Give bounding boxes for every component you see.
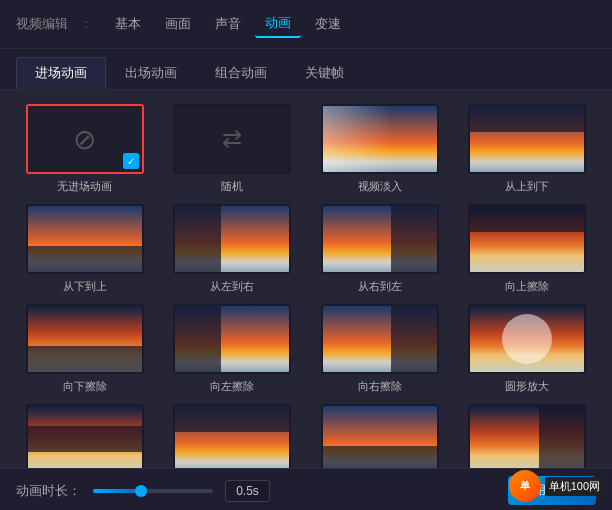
anim-item-wipe-left[interactable]: 向左擦除 (164, 304, 302, 394)
anim-label-random: 随机 (221, 179, 243, 194)
overlay-down (323, 446, 437, 468)
nav-item-picture[interactable]: 画面 (155, 11, 201, 37)
nav-separator: ： (80, 15, 93, 33)
duration-label: 动画时长： (16, 482, 81, 500)
overlay-circle (502, 314, 552, 364)
anim-item-top-down[interactable]: 从上到下 (459, 104, 597, 194)
overlay-wipe-right (391, 306, 437, 372)
anim-thumb-top-down (468, 104, 586, 174)
anim-item-left-right[interactable]: 从左到右 (164, 204, 302, 294)
anim-thumb-random: ⇄ (173, 104, 291, 174)
anim-label-wipe-right: 向右擦除 (358, 379, 402, 394)
tab-bar: 进场动画 出场动画 组合动画 关键帧 (0, 49, 612, 90)
overlay-right (391, 206, 437, 272)
anim-item-wipe-down[interactable]: 向下擦除 (16, 304, 154, 394)
overlay-wipe-left (175, 306, 221, 372)
duration-value[interactable]: 0.5s (225, 480, 270, 502)
duration-slider-track[interactable] (93, 489, 213, 493)
overlay-center-bar (28, 426, 142, 452)
anim-item-rect-zoom[interactable]: 矩形缩放 (16, 404, 154, 468)
anim-item-wipe-right[interactable]: 向右擦除 (311, 304, 449, 394)
nav-item-speed[interactable]: 变速 (305, 11, 351, 37)
anim-label-fade-in: 视频淡入 (358, 179, 402, 194)
overlay-wipe-down (28, 346, 142, 372)
anim-label-none: 无进场动画 (57, 179, 112, 194)
anim-label-right-left: 从右到左 (358, 279, 402, 294)
anim-label-wipe-down: 向下擦除 (63, 379, 107, 394)
anim-thumb-right-left (321, 204, 439, 274)
nav-item-basic[interactable]: 基本 (105, 11, 151, 37)
overlay-left (175, 206, 221, 272)
anim-thumb-circle-zoom (468, 304, 586, 374)
anim-item-down[interactable]: 向下 (311, 404, 449, 468)
anim-thumb-wipe-left (173, 304, 291, 374)
top-nav: 视频编辑 ： 基本 画面 声音 动画 变速 (0, 0, 612, 49)
anim-thumb-wipe-down (26, 304, 144, 374)
watermark: 单 单机100网 (509, 470, 604, 502)
nav-item-audio[interactable]: 声音 (205, 11, 251, 37)
tab-entry[interactable]: 进场动画 (16, 57, 106, 89)
anim-thumb-wipe-right (321, 304, 439, 374)
anim-thumb-wipe-up (468, 204, 586, 274)
tab-keyframe[interactable]: 关键帧 (286, 57, 363, 89)
shuffle-icon: ⇄ (222, 125, 242, 153)
anim-thumb-right (468, 404, 586, 468)
animation-grid-container: ⊘ ✓ 无进场动画 ⇄ 随机 视频淡入 (0, 90, 612, 468)
anim-label-top-down: 从上到下 (505, 179, 549, 194)
anim-item-up[interactable]: 向上 (164, 404, 302, 468)
anim-item-right-left[interactable]: 从右到左 (311, 204, 449, 294)
anim-thumb-none: ⊘ ✓ (26, 104, 144, 174)
nav-prefix: 视频编辑 (16, 15, 68, 33)
anim-item-fade-in[interactable]: 视频淡入 (311, 104, 449, 194)
anim-item-right[interactable]: 向右 (459, 404, 597, 468)
overlay-fade (323, 106, 437, 172)
duration-slider-thumb[interactable] (135, 485, 147, 497)
watermark-site: 单机100网 (545, 477, 604, 496)
watermark-icon: 单 (509, 470, 541, 502)
anim-item-none[interactable]: ⊘ ✓ 无进场动画 (16, 104, 154, 194)
overlay-right2 (539, 406, 585, 468)
nav-item-animation[interactable]: 动画 (255, 10, 301, 38)
anim-thumb-left-right (173, 204, 291, 274)
overlay-bottom (28, 246, 142, 272)
anim-thumb-bottom-up (26, 204, 144, 274)
anim-label-wipe-left: 向左擦除 (210, 379, 254, 394)
anim-item-random[interactable]: ⇄ 随机 (164, 104, 302, 194)
overlay-up (175, 406, 289, 432)
anim-thumb-up (173, 404, 291, 468)
anim-label-wipe-up: 向上擦除 (505, 279, 549, 294)
animation-grid: ⊘ ✓ 无进场动画 ⇄ 随机 视频淡入 (16, 104, 596, 468)
anim-label-bottom-up: 从下到上 (63, 279, 107, 294)
no-anim-icon: ⊘ (73, 123, 96, 156)
thumb-shuffle: ⇄ (175, 106, 289, 172)
overlay-top (470, 106, 584, 132)
anim-thumb-rect-zoom (26, 404, 144, 468)
tab-exit[interactable]: 出场动画 (106, 57, 196, 89)
anim-item-circle-zoom[interactable]: 圆形放大 (459, 304, 597, 394)
anim-label-left-right: 从左到右 (210, 279, 254, 294)
anim-thumb-fade-in (321, 104, 439, 174)
overlay-wipe-up (470, 206, 584, 232)
tab-combo[interactable]: 组合动画 (196, 57, 286, 89)
anim-thumb-down (321, 404, 439, 468)
selected-check: ✓ (123, 153, 139, 169)
anim-item-wipe-up[interactable]: 向上擦除 (459, 204, 597, 294)
anim-item-bottom-up[interactable]: 从下到上 (16, 204, 154, 294)
duration-slider-fill (93, 489, 141, 493)
anim-label-circle-zoom: 圆形放大 (505, 379, 549, 394)
